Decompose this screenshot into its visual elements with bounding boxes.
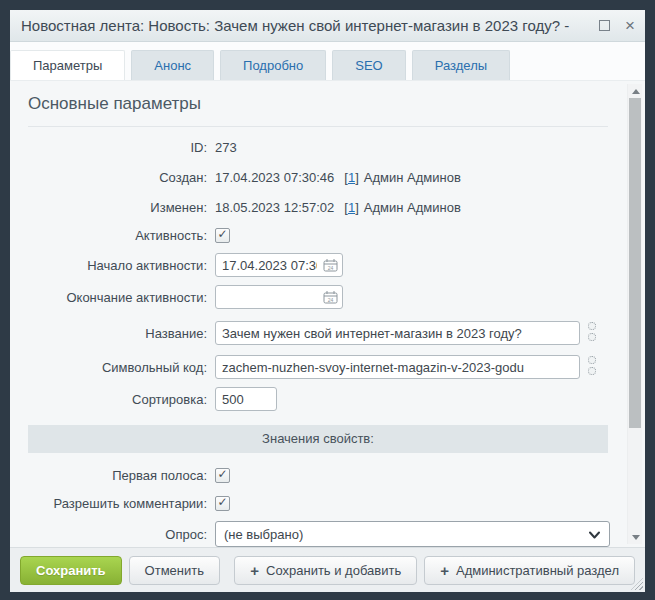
allow-comments-label: Разрешить комментарии: bbox=[10, 496, 207, 511]
id-label: ID: bbox=[10, 140, 207, 155]
code-label: Символьный код: bbox=[10, 360, 207, 375]
row-poll: Опрос: (не выбрано) bbox=[10, 521, 623, 547]
active-from-input[interactable] bbox=[216, 255, 323, 275]
poll-label: Опрос: bbox=[10, 527, 207, 542]
name-label: Название: bbox=[10, 326, 207, 341]
row-active-to: Окончание активности: 24 bbox=[10, 285, 623, 309]
active-checkbox[interactable] bbox=[215, 228, 230, 243]
translit-link-icon[interactable] bbox=[586, 321, 598, 345]
row-code: Символьный код: bbox=[10, 355, 623, 379]
titlebar: Новостная лента: Новость: Зачем нужен св… bbox=[10, 10, 645, 42]
save-and-add-label: Сохранить и добавить bbox=[266, 563, 401, 578]
poll-select[interactable]: (не выбрано) bbox=[216, 522, 609, 546]
tab-seo[interactable]: SEO bbox=[332, 50, 405, 80]
active-from-label: Начало активности: bbox=[10, 258, 207, 273]
close-button[interactable]: × bbox=[625, 17, 635, 34]
form-area: Основные параметры ID: 273 Создан: 17.04… bbox=[10, 81, 623, 547]
row-id: ID: 273 bbox=[10, 137, 623, 157]
scrollbar-thumb[interactable] bbox=[629, 98, 641, 428]
created-user-name: Админ Админов bbox=[364, 170, 461, 185]
created-label: Создан: bbox=[10, 170, 207, 185]
maximize-button[interactable] bbox=[591, 20, 625, 31]
row-active-from: Начало активности: 24 bbox=[10, 253, 623, 277]
vertical-scrollbar[interactable] bbox=[627, 84, 642, 544]
active-to-label: Окончание активности: bbox=[10, 290, 207, 305]
edit-news-dialog: Новостная лента: Новость: Зачем нужен св… bbox=[10, 10, 645, 592]
scroll-up-arrow-icon[interactable] bbox=[628, 85, 643, 97]
modified-value: 18.05.2023 12:57:02 [1] Админ Админов bbox=[207, 200, 461, 215]
save-button[interactable]: Сохранить bbox=[20, 556, 122, 585]
properties-header: Значения свойств: bbox=[28, 425, 608, 453]
divider bbox=[28, 126, 608, 127]
modified-label: Изменен: bbox=[10, 200, 207, 215]
row-name: Название: bbox=[10, 321, 623, 345]
save-and-add-button[interactable]: + Сохранить и добавить bbox=[234, 556, 417, 585]
bracket: ] bbox=[355, 170, 359, 185]
id-value: 273 bbox=[207, 140, 237, 155]
name-input[interactable] bbox=[216, 323, 575, 343]
window-title: Новостная лента: Новость: Зачем нужен св… bbox=[21, 17, 591, 34]
modified-user-name: Админ Админов bbox=[364, 200, 461, 215]
active-label: Активность: bbox=[10, 228, 207, 243]
modified-user-id-link[interactable]: 1 bbox=[348, 200, 355, 215]
scroll-down-arrow-icon[interactable] bbox=[628, 531, 643, 543]
row-front-page: Первая полоса: bbox=[10, 465, 623, 485]
sort-input[interactable] bbox=[216, 389, 272, 409]
calendar-icon[interactable]: 24 bbox=[323, 290, 338, 304]
content-pane: Основные параметры ID: 273 Создан: 17.04… bbox=[10, 80, 645, 547]
sort-label: Сортировка: bbox=[10, 392, 207, 407]
calendar-icon[interactable]: 24 bbox=[323, 258, 338, 272]
plus-icon: + bbox=[440, 562, 449, 579]
code-input[interactable] bbox=[216, 357, 575, 377]
created-user-id-link[interactable]: 1 bbox=[348, 170, 355, 185]
modified-datetime: 18.05.2023 12:57:02 bbox=[215, 200, 334, 215]
tab-parameters[interactable]: Параметры bbox=[10, 50, 125, 80]
poll-select-wrap: (не выбрано) bbox=[215, 521, 610, 547]
created-datetime: 17.04.2023 07:30:46 bbox=[215, 170, 334, 185]
bracket: ] bbox=[355, 200, 359, 215]
row-active: Активность: bbox=[10, 225, 623, 245]
row-modified: Изменен: 18.05.2023 12:57:02 [1] Админ А… bbox=[10, 197, 623, 217]
tab-sections[interactable]: Разделы bbox=[412, 50, 510, 80]
footer-buttonbar: Сохранить Отменить + Сохранить и добавит… bbox=[10, 547, 645, 592]
admin-section-button[interactable]: + Административный раздел bbox=[424, 556, 635, 585]
maximize-icon bbox=[599, 20, 610, 31]
tab-detail[interactable]: Подробно bbox=[220, 50, 326, 80]
admin-section-label: Административный раздел bbox=[456, 563, 619, 578]
tabstrip: Параметры Анонс Подробно SEO Разделы bbox=[10, 42, 645, 80]
row-allow-comments: Разрешить комментарии: bbox=[10, 493, 623, 513]
front-page-label: Первая полоса: bbox=[10, 468, 207, 483]
row-sort: Сортировка: bbox=[10, 387, 623, 411]
svg-text:24: 24 bbox=[328, 297, 334, 303]
svg-text:24: 24 bbox=[328, 265, 334, 271]
plus-icon: + bbox=[250, 562, 259, 579]
created-value: 17.04.2023 07:30:46 [1] Админ Админов bbox=[207, 170, 461, 185]
tab-announce[interactable]: Анонс bbox=[131, 50, 214, 80]
cancel-button[interactable]: Отменить bbox=[129, 556, 220, 585]
row-created: Создан: 17.04.2023 07:30:46 [1] Админ Ад… bbox=[10, 167, 623, 187]
allow-comments-checkbox[interactable] bbox=[215, 496, 230, 511]
active-to-input[interactable] bbox=[216, 287, 323, 307]
section-title: Основные параметры bbox=[28, 94, 623, 114]
front-page-checkbox[interactable] bbox=[215, 468, 230, 483]
translit-link-icon[interactable] bbox=[586, 355, 598, 379]
close-icon: × bbox=[625, 17, 635, 34]
